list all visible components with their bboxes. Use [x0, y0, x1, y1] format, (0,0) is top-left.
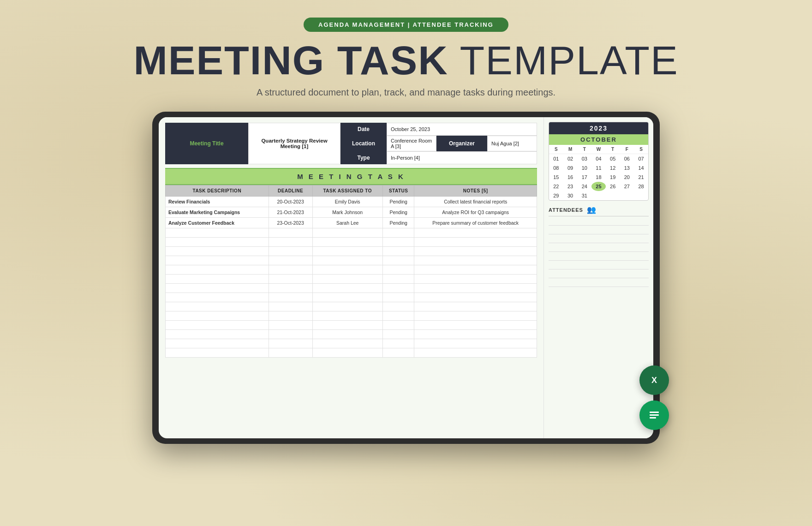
type-row: Type In-Person [4]	[340, 151, 537, 164]
table-row-empty[interactable]	[166, 284, 537, 293]
calendar-day[interactable]: 09	[563, 163, 578, 173]
calendar-day[interactable]: 31	[577, 191, 591, 200]
attendee-line-2[interactable]	[549, 227, 649, 234]
location-value[interactable]: Conference Room A [3]	[387, 136, 436, 151]
location-organizer-row: Location Conference Room A [3] Organizer…	[340, 136, 537, 151]
calendar-day[interactable]: 15	[549, 173, 563, 182]
attendee-line-6[interactable]	[549, 262, 649, 269]
calendar-week-row: 08091011121314	[549, 163, 648, 173]
calendar-day[interactable]: 01	[549, 154, 563, 164]
calendar-day[interactable]: 23	[563, 182, 578, 191]
calendar-day[interactable]: 19	[606, 173, 620, 182]
table-row-empty[interactable]	[166, 330, 537, 339]
table-row-empty[interactable]	[166, 339, 537, 348]
svg-text:X: X	[651, 376, 657, 385]
calendar-day[interactable]: 28	[634, 182, 648, 191]
calendar-day[interactable]: 10	[577, 163, 591, 173]
col-notes: NOTES [5]	[414, 185, 537, 197]
calendar-day-header: T	[577, 145, 591, 154]
table-row[interactable]: Review Financials 20-Oct-2023 Emily Davi…	[166, 197, 537, 207]
calendar-month: OCTOBER	[549, 134, 648, 145]
table-row-empty[interactable]	[166, 311, 537, 321]
cell-assigned: Sarah Lee	[312, 218, 382, 228]
table-row-empty[interactable]	[166, 321, 537, 330]
excel-icon[interactable]: X	[639, 365, 669, 395]
svg-rect-5	[650, 417, 656, 418]
calendar-day	[634, 191, 648, 200]
calendar-day[interactable]: 29	[549, 191, 563, 200]
calendar-day[interactable]: 26	[606, 182, 620, 191]
calendar-day-header: T	[606, 145, 620, 154]
sheet-area: Meeting Title Quarterly Strategy Review …	[159, 117, 543, 438]
cell-status: Pending	[382, 218, 414, 228]
calendar-day[interactable]: 13	[620, 163, 634, 173]
calendar-day[interactable]: 16	[563, 173, 578, 182]
calendar-day[interactable]: 22	[549, 182, 563, 191]
info-grid: Date October 25, 2023 Location Conferenc…	[340, 123, 537, 164]
title-bold: MEETING TASK	[133, 37, 448, 83]
table-row-empty[interactable]	[166, 238, 537, 247]
cell-deadline: 21-Oct-2023	[269, 207, 312, 218]
attendees-lines	[549, 218, 649, 287]
calendar-day[interactable]: 08	[549, 163, 563, 173]
table-row-empty[interactable]	[166, 302, 537, 311]
calendar-day[interactable]: 05	[606, 154, 620, 164]
table-row-empty[interactable]	[166, 293, 537, 302]
type-value[interactable]: In-Person [4]	[387, 151, 537, 164]
table-row-empty[interactable]	[166, 228, 537, 238]
calendar-day[interactable]: 24	[577, 182, 591, 191]
calendar-day-header: M	[563, 145, 578, 154]
calendar-day[interactable]: 27	[620, 182, 634, 191]
date-value[interactable]: October 25, 2023	[387, 123, 537, 136]
calendar-widget: 2023 OCTOBER SMTWTFS 0102030405060708091…	[549, 122, 649, 201]
cell-description: Evaluate Marketing Campaigns	[166, 207, 269, 218]
main-title: MEETING TASK TEMPLATE	[133, 40, 678, 81]
attendee-line-3[interactable]	[549, 236, 649, 243]
attendees-header: ATTENDEES 👥	[549, 205, 649, 216]
calendar-day[interactable]: 25	[591, 182, 606, 191]
sheets-icon[interactable]	[639, 400, 669, 430]
meeting-task-header: M E E T I N G T A S K	[165, 168, 537, 185]
calendar-day[interactable]: 30	[563, 191, 578, 200]
meeting-title-value[interactable]: Quarterly Strategy Review Meeting [1]	[248, 123, 340, 164]
cell-notes: Prepare summary of customer feedback	[414, 218, 537, 228]
calendar-day[interactable]: 07	[634, 154, 648, 164]
attendee-line-8[interactable]	[549, 280, 649, 287]
calendar-day[interactable]: 20	[620, 173, 634, 182]
calendar-day[interactable]: 14	[634, 163, 648, 173]
calendar-week-row: 22232425262728	[549, 182, 648, 191]
table-row[interactable]: Analyze Customer Feedback 23-Oct-2023 Sa…	[166, 218, 537, 228]
table-row-empty[interactable]	[166, 256, 537, 265]
header-section: Meeting Title Quarterly Strategy Review …	[159, 117, 543, 164]
cell-status: Pending	[382, 197, 414, 207]
calendar-day[interactable]: 06	[620, 154, 634, 164]
subtitle: A structured document to plan, track, an…	[257, 87, 555, 98]
calendar-day[interactable]: 12	[606, 163, 620, 173]
attendee-line-7[interactable]	[549, 271, 649, 278]
table-row-empty[interactable]	[166, 265, 537, 275]
cell-deadline: 23-Oct-2023	[269, 218, 312, 228]
right-sidebar: 2023 OCTOBER SMTWTFS 0102030405060708091…	[543, 117, 653, 438]
calendar-day[interactable]: 11	[591, 163, 606, 173]
date-label: Date	[340, 123, 387, 136]
calendar-day[interactable]: 04	[591, 154, 606, 164]
col-deadline: DEADLINE	[269, 185, 312, 197]
page-wrapper: AGENDA MANAGEMENT | ATTENDEE TRACKING ME…	[0, 0, 812, 526]
calendar-day[interactable]: 17	[577, 173, 591, 182]
col-assigned: TASK ASSIGNED TO	[312, 185, 382, 197]
organizer-value[interactable]: Nuj Agua [2]	[487, 136, 537, 151]
attendee-line-4[interactable]	[549, 245, 649, 252]
calendar-day[interactable]: 21	[634, 173, 648, 182]
calendar-week-row: 01020304050607	[549, 154, 648, 164]
table-row[interactable]: Evaluate Marketing Campaigns 21-Oct-2023…	[166, 207, 537, 218]
corner-icons: X	[639, 365, 669, 430]
attendee-line-5[interactable]	[549, 253, 649, 261]
calendar-day[interactable]: 18	[591, 173, 606, 182]
table-row-empty[interactable]	[166, 247, 537, 256]
calendar-day[interactable]: 03	[577, 154, 591, 164]
cell-assigned: Mark Johnson	[312, 207, 382, 218]
table-row-empty[interactable]	[166, 348, 537, 358]
attendee-line-1[interactable]	[549, 218, 649, 226]
table-row-empty[interactable]	[166, 275, 537, 284]
calendar-day[interactable]: 02	[563, 154, 578, 164]
